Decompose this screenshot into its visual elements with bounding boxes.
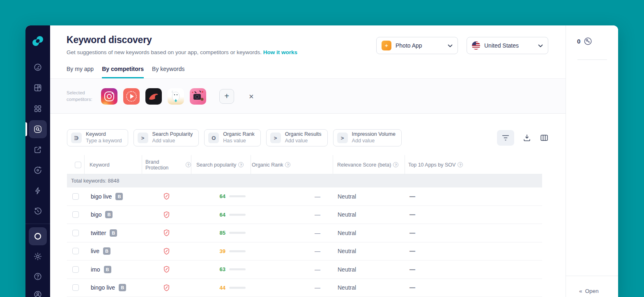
- brand-protection-shield-icon: [163, 265, 170, 274]
- how-it-works-link[interactable]: How it works: [263, 49, 297, 55]
- instagram-app-icon[interactable]: [101, 88, 117, 105]
- row-checkbox[interactable]: [72, 266, 79, 273]
- table-row: bigoB64—Neutral—: [67, 206, 542, 224]
- shapes-icon: [33, 104, 42, 113]
- live-video-play-app-icon[interactable]: [123, 88, 140, 105]
- sidebar-item-help[interactable]: [29, 267, 47, 286]
- column-header-keyword[interactable]: Keyword: [84, 155, 142, 174]
- chip-value: Add value: [352, 138, 396, 144]
- popularity-value: 64: [220, 212, 225, 218]
- sidebar-item-account[interactable]: [29, 286, 47, 297]
- beauty-camera-app-icon[interactable]: [190, 88, 206, 105]
- organic-rank-value: —: [251, 211, 333, 218]
- chip-label: Impression Volume: [352, 131, 396, 138]
- funnel-lines-icon: [501, 133, 510, 142]
- row-checkbox[interactable]: [72, 248, 79, 254]
- chip-label: Search Popularity: [152, 131, 193, 138]
- table-row: bigo liveB64—Neutral—: [67, 187, 542, 206]
- contains-icon: ∋: [71, 133, 82, 143]
- sidebar-item-workspace[interactable]: [29, 227, 47, 245]
- brand-protection-shield-icon: [163, 210, 170, 219]
- columns-button[interactable]: [540, 133, 549, 142]
- row-checkbox[interactable]: [72, 284, 79, 291]
- help-icon[interactable]: ?: [393, 162, 398, 167]
- sidebar-item-settings[interactable]: [29, 247, 47, 265]
- filter-button[interactable]: [497, 130, 514, 146]
- row-checkbox[interactable]: [72, 193, 79, 200]
- keyword-text: twitter: [91, 230, 106, 236]
- selected-competitors-label: Selected competitors:: [67, 90, 101, 103]
- brand-protection-shield-icon: [163, 283, 170, 292]
- brand-protection-shield-icon: [163, 247, 170, 256]
- column-header-brand-protection[interactable]: Brand Protection?: [142, 155, 191, 174]
- column-header-organic-rank[interactable]: Organic Rank?: [251, 155, 333, 174]
- filter-chip-search-popularity[interactable]: > Search Popularity Add value: [133, 129, 199, 146]
- active-nav-indicator: [25, 122, 27, 136]
- filter-chip-organic-rank[interactable]: O Organic Rank Has value: [204, 129, 260, 146]
- help-icon[interactable]: ?: [458, 162, 463, 167]
- sov-value: —: [405, 284, 542, 291]
- country-selector[interactable]: United States: [467, 37, 548, 54]
- column-header-search-popularity[interactable]: Search popularity?: [191, 155, 251, 174]
- filter-chip-keyword[interactable]: ∋ Keyword Type a keyword: [67, 129, 128, 146]
- popularity-value: 85: [220, 230, 225, 236]
- row-checkbox[interactable]: [72, 211, 79, 218]
- greater-than-icon: >: [270, 133, 281, 143]
- apptweak-logo-icon: [31, 34, 44, 48]
- brand-badge: B: [103, 247, 110, 255]
- lightning-bolt-icon: [33, 186, 42, 195]
- add-competitor-button[interactable]: +: [219, 89, 234, 104]
- filter-chip-impression-volume[interactable]: > Impression Volume Add value: [333, 129, 402, 146]
- ring-icon: [33, 232, 42, 241]
- subtitle-text: Get suggestions of new keywords based on…: [67, 49, 262, 55]
- app-selector[interactable]: ✦ Photo App: [376, 37, 458, 54]
- sidebar-item-apps[interactable]: [29, 79, 47, 97]
- sidebar-item-keyword-discovery[interactable]: [29, 120, 47, 138]
- help-icon[interactable]: ?: [186, 162, 191, 167]
- open-label: Open: [585, 288, 599, 294]
- open-panel-button[interactable]: « Open: [579, 288, 599, 294]
- keyword-text: bingo live: [91, 284, 115, 291]
- clear-competitors-icon[interactable]: ×: [249, 92, 254, 101]
- popularity-value: 63: [220, 266, 225, 272]
- selected-competitors-bar: Selected competitors: + ×: [50, 79, 566, 114]
- chip-label: Organic Rank: [223, 131, 254, 138]
- column-header-relevance-score[interactable]: Relevance Score (beta)?: [333, 155, 405, 174]
- filter-chip-organic-results[interactable]: > Organic Results Add value: [266, 129, 328, 146]
- help-icon[interactable]: ?: [238, 162, 244, 167]
- tab-by-my-app[interactable]: By my app: [67, 66, 94, 78]
- sidebar-item-actions[interactable]: [29, 182, 47, 200]
- popularity-bar: [229, 214, 246, 216]
- panel-footer-divider: [566, 276, 618, 276]
- popularity-value: 64: [220, 193, 225, 199]
- brand-badge: B: [105, 211, 113, 218]
- sidebar-item-history[interactable]: [29, 202, 47, 220]
- tab-by-competitors[interactable]: By competitors: [102, 66, 144, 78]
- grid-plus-icon: [33, 83, 42, 92]
- sidebar-item-goals[interactable]: [29, 161, 47, 179]
- select-all-checkbox[interactable]: [75, 162, 81, 168]
- circle-icon: O: [208, 133, 219, 143]
- help-icon[interactable]: ?: [285, 162, 290, 167]
- relevance-score-value: Neutral: [333, 266, 405, 273]
- sidebar-item-dashboard[interactable]: [29, 58, 47, 76]
- sidebar-item-growth[interactable]: [29, 141, 47, 159]
- table-row: imoB63—Neutral—: [67, 260, 542, 279]
- download-button[interactable]: [522, 133, 531, 142]
- app-window: Keyword discovery Get suggestions of new…: [25, 25, 618, 297]
- tab-by-keywords[interactable]: By keywords: [152, 66, 184, 78]
- discovery-tabs: By my app By competitors By keywords: [50, 66, 566, 79]
- help-circle-icon: [33, 272, 42, 281]
- brand-protection-shield-icon: [163, 192, 170, 201]
- column-header-top10-sov[interactable]: Top 10 Apps by SOV?: [405, 155, 542, 174]
- keywords-table: Keyword Brand Protection? Search popular…: [67, 155, 542, 297]
- dark-swoosh-app-icon[interactable]: [145, 88, 162, 105]
- country-selector-label: United States: [484, 42, 534, 49]
- app-selector-label: Photo App: [396, 42, 444, 49]
- row-checkbox[interactable]: [72, 230, 79, 236]
- table-header-row: Keyword Brand Protection? Search popular…: [67, 155, 542, 174]
- sidebar-item-categories[interactable]: [29, 100, 47, 118]
- table-row: liveB39—Neutral—: [67, 242, 542, 261]
- keyword-count: 0: [577, 37, 592, 46]
- mascot-app-icon[interactable]: [168, 88, 184, 105]
